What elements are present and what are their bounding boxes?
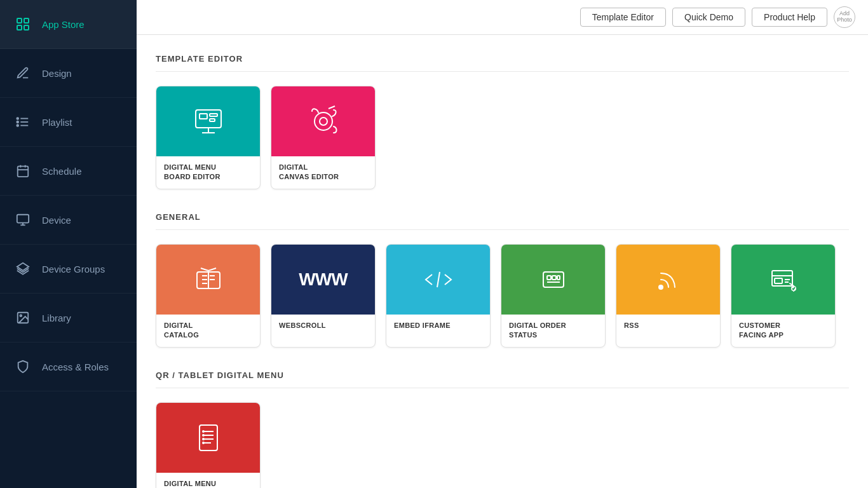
svg-rect-43 xyxy=(200,425,217,451)
svg-rect-2 xyxy=(17,25,22,30)
sidebar-item-access-roles[interactable]: Access & Roles xyxy=(0,342,137,391)
template-editor-button[interactable]: Template Editor xyxy=(580,8,666,27)
card-webscroll[interactable]: WWW WEBSCROLL xyxy=(271,244,376,348)
card-label-canvas: DIGITALCANVAS EDITOR xyxy=(271,156,375,189)
svg-point-26 xyxy=(315,112,332,130)
card-digital-order-status[interactable]: DIGITAL ORDERSTATUS xyxy=(501,244,606,348)
card-label-embed-iframe: EMBED IFRAME xyxy=(386,315,490,337)
svg-rect-3 xyxy=(24,25,29,30)
svg-point-19 xyxy=(20,315,22,316)
avatar-button[interactable]: AddPhoto xyxy=(834,6,855,28)
catalog-icon xyxy=(156,245,260,315)
sidebar: App Store Design Playlist xyxy=(0,0,137,488)
customer-app-icon xyxy=(731,245,835,315)
qr-tablet-cards: DIGITAL MENUORDERING xyxy=(156,402,849,488)
sidebar-label-design: Design xyxy=(42,68,72,79)
card-label-order-status: DIGITAL ORDERSTATUS xyxy=(501,315,605,347)
svg-rect-23 xyxy=(200,114,207,119)
svg-rect-34 xyxy=(557,276,560,280)
product-help-button[interactable]: Product Help xyxy=(752,8,827,27)
card-label-webscroll: WEBSCROLL xyxy=(271,315,375,337)
svg-point-9 xyxy=(17,125,18,126)
image-icon xyxy=(13,308,33,328)
sidebar-item-playlist[interactable]: Playlist xyxy=(0,98,137,147)
card-customer-facing-app[interactable]: CUSTOMERFACING APP xyxy=(731,244,836,348)
layers-icon xyxy=(13,259,33,279)
calendar-icon xyxy=(13,161,33,181)
svg-point-36 xyxy=(658,285,663,290)
sidebar-label-device-groups: Device Groups xyxy=(42,264,105,274)
sidebar-item-device-groups[interactable]: Device Groups xyxy=(0,245,137,294)
sidebar-label-device: Device xyxy=(42,215,71,226)
card-digital-canvas-editor[interactable]: DIGITALCANVAS EDITOR xyxy=(271,86,376,189)
svg-point-7 xyxy=(17,118,18,119)
menu-board-icon xyxy=(156,86,260,156)
svg-point-49 xyxy=(202,438,205,440)
general-cards: DIGITALCATALOG WWW WEBSCROLL xyxy=(156,244,849,348)
sidebar-label-playlist: Playlist xyxy=(42,117,72,128)
card-embed-iframe[interactable]: EMBED IFRAME xyxy=(386,244,491,348)
section-general: GENERAL xyxy=(156,212,849,348)
list-icon xyxy=(13,112,33,132)
section-qr-tablet: QR / TABLET DIGITAL MENU xyxy=(156,370,849,488)
www-icon: WWW xyxy=(271,245,375,315)
section-title-qr-tablet: QR / TABLET DIGITAL MENU xyxy=(156,370,849,388)
card-rss[interactable]: RSS xyxy=(616,244,721,348)
sidebar-item-design[interactable]: Design xyxy=(0,49,137,98)
svg-rect-33 xyxy=(552,276,556,280)
card-digital-catalog[interactable]: DIGITALCATALOG xyxy=(156,244,261,348)
card-digital-menu-ordering[interactable]: DIGITAL MENUORDERING xyxy=(156,402,261,488)
svg-rect-10 xyxy=(18,166,29,177)
monitor-icon xyxy=(13,210,33,230)
svg-point-47 xyxy=(202,430,205,433)
main-area: Template Editor Quick Demo Product Help … xyxy=(137,0,868,488)
card-label-customer-app: CUSTOMERFACING APP xyxy=(731,315,835,347)
svg-point-48 xyxy=(202,434,205,437)
svg-rect-1 xyxy=(24,18,29,23)
card-digital-menu-board-editor[interactable]: DIGITAL MENUBOARD EDITOR xyxy=(156,86,261,189)
svg-line-30 xyxy=(437,272,440,287)
shield-icon xyxy=(13,356,33,377)
card-label-menu-ordering: DIGITAL MENUORDERING xyxy=(156,473,260,488)
grid-icon xyxy=(13,14,33,34)
svg-rect-24 xyxy=(210,114,217,116)
svg-line-28 xyxy=(329,106,335,109)
svg-point-51 xyxy=(202,442,205,444)
order-status-icon xyxy=(501,245,605,315)
card-label-rss: RSS xyxy=(616,315,720,337)
svg-rect-0 xyxy=(17,18,22,23)
sidebar-label-app-store: App Store xyxy=(42,19,85,30)
content-area: TEMPLATE EDITOR DIGITAL ME xyxy=(137,35,868,488)
quick-demo-button[interactable]: Quick Demo xyxy=(672,8,745,27)
svg-point-8 xyxy=(17,121,18,123)
rss-icon xyxy=(616,245,720,315)
template-editor-cards: DIGITAL MENUBOARD EDITOR xyxy=(156,86,849,189)
section-template-editor: TEMPLATE EDITOR DIGITAL ME xyxy=(156,54,849,189)
svg-rect-39 xyxy=(775,278,782,283)
svg-point-27 xyxy=(320,118,327,125)
canvas-icon xyxy=(271,86,375,156)
section-title-general: GENERAL xyxy=(156,212,849,230)
sidebar-item-device[interactable]: Device xyxy=(0,196,137,245)
code-icon xyxy=(386,245,490,315)
section-title-template-editor: TEMPLATE EDITOR xyxy=(156,54,849,72)
sidebar-item-library[interactable]: Library xyxy=(0,294,137,342)
svg-rect-25 xyxy=(210,119,215,121)
card-label-catalog: DIGITALCATALOG xyxy=(156,315,260,347)
sidebar-label-access-roles: Access & Roles xyxy=(42,362,109,372)
sidebar-label-library: Library xyxy=(42,313,71,323)
svg-rect-14 xyxy=(17,215,29,223)
menu-ordering-icon xyxy=(156,403,260,473)
sidebar-label-schedule: Schedule xyxy=(42,166,82,177)
card-label-menu-board: DIGITAL MENUBOARD EDITOR xyxy=(156,156,260,189)
svg-rect-32 xyxy=(547,276,551,280)
topbar: Template Editor Quick Demo Product Help … xyxy=(137,0,868,35)
sidebar-item-schedule[interactable]: Schedule xyxy=(0,147,137,196)
pen-icon xyxy=(13,63,33,83)
sidebar-item-app-store[interactable]: App Store xyxy=(0,0,137,49)
